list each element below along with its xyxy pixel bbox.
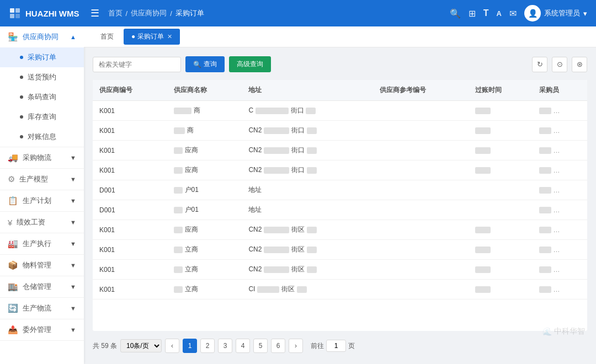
- sidebar-item-delivery-booking[interactable]: 送货预约: [0, 67, 84, 87]
- chevron-down-icon: ▼: [70, 240, 76, 247]
- cell-supplier-name: 商: [167, 101, 242, 121]
- sidebar-item-production-exec[interactable]: 🏭 生产执行 ▼: [0, 233, 84, 254]
- prev-page-btn[interactable]: ‹: [165, 339, 179, 353]
- cell-ref-no: [373, 260, 469, 280]
- translate-icon[interactable]: A: [497, 9, 502, 18]
- package-icon: 📦: [8, 260, 18, 270]
- chevron-down-icon: ▼: [70, 305, 76, 312]
- message-icon[interactable]: ✉: [509, 8, 517, 19]
- sidebar-item-outsourcing[interactable]: 📤 委外管理 ▼: [0, 319, 84, 340]
- factory-icon: 🏭: [8, 239, 18, 249]
- cell-post-time: [469, 200, 533, 220]
- sidebar-item-production-plan[interactable]: 📋 生产计划 ▼: [0, 190, 84, 211]
- table-row[interactable]: D001 户01地址 …: [93, 180, 587, 200]
- cell-post-time: [469, 101, 533, 121]
- sidebar-item-performance[interactable]: ¥ 绩效工资 ▼: [0, 212, 84, 233]
- tab-purchase-order[interactable]: ● 采购订单 ✕: [124, 29, 180, 45]
- cell-supplier-name: 户01: [167, 180, 242, 200]
- table-row[interactable]: K001 立商CN2街区 …: [93, 260, 587, 280]
- action-more-icon[interactable]: …: [554, 266, 560, 274]
- advanced-query-button[interactable]: 高级查询: [229, 56, 271, 72]
- sidebar-group-production-plan: 📋 生产计划 ▼: [0, 190, 84, 212]
- sidebar-group-purchase-logistics: 🚚 采购物流 ▼: [0, 147, 84, 169]
- avatar: 👤: [524, 5, 541, 22]
- page-btn-5[interactable]: 5: [253, 339, 268, 353]
- table-row[interactable]: D001 户01地址 …: [93, 200, 587, 220]
- sidebar-item-inventory-query[interactable]: 库存查询: [0, 107, 84, 127]
- tab-close-icon[interactable]: ✕: [167, 33, 172, 40]
- action-more-icon[interactable]: …: [554, 147, 560, 154]
- search-icon[interactable]: 🔍: [450, 8, 461, 19]
- cell-ref-no: [373, 280, 469, 299]
- page-btn-2[interactable]: 2: [200, 339, 215, 353]
- next-page-btn[interactable]: ›: [289, 339, 303, 353]
- dot-icon: [20, 115, 23, 119]
- cell-buyer: …: [533, 240, 587, 260]
- cell-ref-no: [373, 220, 469, 240]
- cell-address: CN2街区: [242, 260, 372, 280]
- sidebar-item-warehouse-mgmt[interactable]: 🏬 仓储管理 ▼: [0, 276, 84, 297]
- sidebar-group-warehouse-mgmt: 🏬 仓储管理 ▼: [0, 276, 84, 298]
- table-row[interactable]: K001 立商CN2街区 …: [93, 240, 587, 260]
- table-row[interactable]: K001 立商CI街区 …: [93, 280, 587, 299]
- search-input[interactable]: [93, 57, 181, 72]
- page-btn-1[interactable]: 1: [183, 339, 197, 353]
- table-row[interactable]: K001 应商CN2街口 …: [93, 160, 587, 180]
- sidebar-item-reconciliation[interactable]: 对账信息: [0, 127, 84, 147]
- cell-post-time: [469, 280, 533, 299]
- cell-post-time: [469, 240, 533, 260]
- page-btn-4[interactable]: 4: [236, 339, 250, 353]
- user-menu[interactable]: 👤 系统管理员 ▾: [524, 5, 587, 22]
- goto-page-input[interactable]: [326, 340, 346, 352]
- query-button[interactable]: 🔍 查询: [185, 56, 225, 72]
- action-more-icon[interactable]: …: [554, 246, 560, 254]
- sidebar-item-barcode-query[interactable]: 条码查询: [0, 87, 84, 107]
- sidebar-item-supplier[interactable]: 🏪 供应商协同 ▲: [0, 26, 84, 47]
- content-area: 首页 ● 采购订单 ✕ 🔍 查询 高级查询 ↻ ⊙ ⊛: [84, 26, 596, 364]
- search-icon: 🔍: [193, 61, 201, 68]
- tab-home[interactable]: 首页: [93, 29, 121, 45]
- menu-toggle-icon[interactable]: ☰: [91, 7, 99, 19]
- sidebar-group-material-mgmt: 📦 物料管理 ▼: [0, 255, 84, 276]
- font-icon[interactable]: T: [483, 8, 489, 18]
- col-post-time: 过账时间: [469, 80, 533, 101]
- settings-button[interactable]: ⊛: [572, 57, 587, 72]
- table-container: 供应商编号 供应商名称 地址 供应商参考编号 过账时间 采购员 K001 商C街…: [93, 80, 587, 331]
- cell-buyer: …: [533, 101, 587, 121]
- filter-button[interactable]: ⊙: [552, 57, 567, 72]
- page-size-select[interactable]: 10条/页 20条/页 50条/页: [120, 339, 162, 352]
- table-row[interactable]: K001 应商CN2街口 …: [93, 141, 587, 160]
- cell-post-time: [469, 180, 533, 200]
- sidebar-item-production-model[interactable]: ⚙ 生产模型 ▼: [0, 169, 84, 190]
- cell-supplier-code: K001: [93, 280, 167, 299]
- grid-icon[interactable]: ⊞: [469, 8, 476, 19]
- action-more-icon[interactable]: …: [554, 206, 560, 214]
- topnav: HUAZHI WMS ☰ 首页 / 供应商协同 / 采购订单 🔍 ⊞ T A ✉…: [0, 0, 596, 26]
- table-row[interactable]: K001 应商CN2街区 …: [93, 220, 587, 240]
- cell-address: C街口: [242, 101, 372, 121]
- cell-supplier-code: K001: [93, 160, 167, 180]
- action-more-icon[interactable]: …: [554, 286, 560, 293]
- refresh-button[interactable]: ↻: [532, 57, 547, 72]
- sidebar-item-production-logistics[interactable]: 🔄 生产物流 ▼: [0, 298, 84, 319]
- sidebar-item-purchase-logistics[interactable]: 🚚 采购物流 ▼: [0, 147, 84, 168]
- action-more-icon[interactable]: …: [554, 226, 560, 234]
- page-goto: 前往 页: [311, 340, 355, 352]
- action-more-icon[interactable]: …: [554, 167, 560, 174]
- page-btn-6[interactable]: 6: [271, 339, 285, 353]
- sidebar-group-production-exec: 🏭 生产执行 ▼: [0, 233, 84, 255]
- sidebar-item-material-mgmt[interactable]: 📦 物料管理 ▼: [0, 255, 84, 276]
- cell-post-time: [469, 121, 533, 141]
- action-more-icon[interactable]: …: [554, 127, 560, 135]
- action-more-icon[interactable]: …: [554, 186, 560, 194]
- chevron-down-icon: ▼: [70, 262, 76, 269]
- table-row[interactable]: K001 商CN2街口 …: [93, 121, 587, 141]
- dot-icon: [20, 135, 23, 138]
- sidebar-group-production-model: ⚙ 生产模型 ▼: [0, 169, 84, 190]
- table-row[interactable]: K001 商C街口 …: [93, 101, 587, 121]
- cell-address: CN2街口: [242, 160, 372, 180]
- svg-rect-3: [15, 14, 20, 18]
- sidebar-item-purchase-order[interactable]: 采购订单: [0, 47, 84, 67]
- action-more-icon[interactable]: …: [554, 107, 560, 115]
- page-btn-3[interactable]: 3: [218, 339, 232, 353]
